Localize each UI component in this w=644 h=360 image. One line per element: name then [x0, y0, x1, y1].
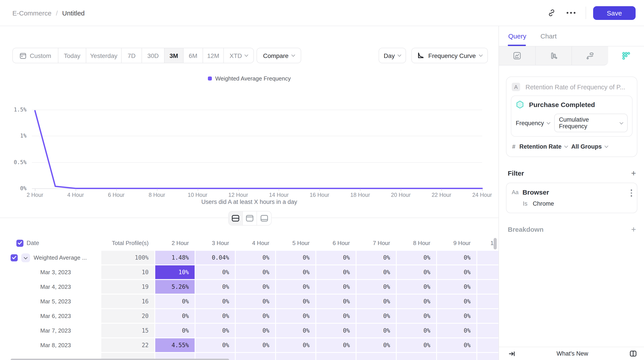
heat-cell: [477, 265, 498, 279]
add-breakdown-button[interactable]: +: [631, 225, 636, 234]
heat-cell: 0%: [316, 294, 356, 308]
heat-cell: 0%: [356, 265, 396, 279]
layout-table-only-toggle[interactable]: [257, 212, 271, 225]
heat-cell: [397, 353, 436, 360]
heat-cell: 0%: [196, 280, 235, 294]
chevron-down-icon: [546, 120, 550, 124]
total-cell: 15: [101, 324, 154, 338]
report-type-flows[interactable]: [572, 46, 608, 66]
x-tick-mark: [238, 189, 238, 191]
ellipsis-icon: [566, 12, 576, 14]
filter-options-kebab[interactable]: [630, 189, 632, 196]
breadcrumb-project[interactable]: E-Commerce: [12, 9, 52, 16]
copy-link-button[interactable]: [544, 5, 559, 20]
header-divider: [586, 7, 586, 19]
heat-cell: 0%: [356, 294, 396, 308]
heat-cell: 0%: [316, 280, 356, 294]
report-type-retention[interactable]: [608, 46, 644, 66]
x-tick-label: 10 Hour: [180, 192, 215, 198]
heat-cell: [477, 251, 498, 264]
total-cell: 100%: [101, 251, 154, 264]
heat-cell: 5.26%: [155, 280, 194, 294]
frequency-dropdown[interactable]: Frequency: [516, 120, 550, 126]
table-row: Mar 4, 2023195.26%0%0%0%0%0%0%0%: [0, 280, 498, 294]
column-header: 7 Hour: [356, 236, 396, 250]
sidebar-bottom-bar: What's New: [499, 347, 644, 360]
breadcrumb: E-Commerce / Untitled: [12, 0, 85, 26]
total-cell: 19: [101, 280, 154, 294]
heat-cell: [477, 324, 498, 338]
save-button[interactable]: Save: [593, 6, 636, 20]
report-type-funnels[interactable]: [536, 46, 572, 66]
heat-cell: 0%: [397, 251, 436, 264]
layout-chart-only-toggle[interactable]: [243, 212, 257, 225]
x-tick-mark: [198, 189, 198, 191]
x-tick-mark: [35, 189, 36, 191]
breadcrumb-report-title[interactable]: Untitled: [62, 9, 85, 16]
column-header: 4 Hour: [236, 236, 275, 250]
measure-dropdown[interactable]: Retention Rate: [519, 143, 567, 150]
collapse-arrow-icon: [508, 350, 515, 357]
series-checkbox[interactable]: [10, 254, 18, 261]
horizontal-scrollbar[interactable]: [10, 359, 229, 360]
heat-cell: 10%: [155, 265, 194, 279]
date-label: Mar 3, 2023: [40, 269, 71, 276]
x-tick-label: 8 Hour: [139, 192, 174, 198]
select-all-checkbox[interactable]: [16, 240, 24, 246]
column-header: 9 Hour: [437, 236, 476, 250]
x-tick-label: 2 Hour: [17, 192, 53, 198]
retention-dots-icon: [622, 51, 631, 60]
heat-cell: 0%: [316, 309, 356, 323]
heat-cell: 0%: [276, 294, 315, 308]
report-type-insights[interactable]: [499, 46, 536, 66]
x-tick-mark: [482, 189, 482, 191]
vertical-scrollbar[interactable]: [494, 238, 497, 250]
measure-label: Retention Rate: [519, 143, 562, 150]
date-cell: Mar 3, 2023: [0, 265, 100, 279]
heat-cell: 0%: [316, 338, 356, 352]
heat-cell: 0%: [196, 338, 235, 352]
x-tick-mark: [279, 189, 279, 191]
heat-cell: 0%: [437, 294, 476, 308]
whats-new-link[interactable]: What's New: [556, 350, 588, 357]
heat-cell: 0%: [316, 251, 356, 264]
x-tick-mark: [442, 189, 442, 191]
heat-cell: 0%: [356, 280, 396, 294]
heat-cell: [236, 353, 275, 360]
tab-query[interactable]: Query: [508, 32, 526, 40]
summary-label-cell: Weighted Average ...: [0, 251, 100, 264]
collapse-sidebar-button[interactable]: [507, 349, 516, 358]
date-cell: Mar 7, 2023: [0, 324, 100, 338]
x-tick-label: 16 Hour: [302, 192, 337, 198]
layout-split-toggle[interactable]: [229, 212, 243, 225]
groups-dropdown[interactable]: All Groups: [571, 143, 608, 150]
breakdown-heading: Breakdown: [508, 226, 544, 233]
filter-value[interactable]: Chrome: [533, 200, 554, 207]
heat-cell: 0%: [356, 324, 396, 338]
series-title[interactable]: Retention Rate of Frequency of P...: [526, 83, 625, 90]
heat-cell: 0%: [356, 309, 396, 323]
heat-cell: 0%: [196, 324, 235, 338]
results-table: DateTotal Profile(s)2 Hour3 Hour4 Hour5 …: [0, 236, 498, 360]
more-options-button[interactable]: [564, 5, 578, 20]
heat-cell: 0.04%: [196, 251, 235, 264]
groups-label: All Groups: [571, 143, 602, 150]
filter-property[interactable]: Browser: [522, 188, 549, 196]
breadcrumb-separator: /: [56, 9, 58, 16]
report-main: CustomTodayYesterday7D30D3M6M12MXTD Comp…: [0, 26, 498, 360]
add-filter-button[interactable]: +: [631, 169, 636, 177]
event-name[interactable]: Purchase Completed: [529, 101, 595, 108]
tab-chart[interactable]: Chart: [540, 32, 557, 40]
line-chart-icon: [513, 51, 522, 60]
total-cell: 22: [101, 338, 154, 352]
active-tab-underline: [508, 45, 526, 46]
frequency-type-dropdown[interactable]: Cumulative Frequency: [554, 114, 628, 132]
series-badge: A: [512, 83, 520, 91]
chevron-down-icon: [604, 144, 608, 148]
x-tick-label: 24 Hour: [464, 192, 500, 198]
filter-operator[interactable]: Is: [523, 200, 528, 207]
total-cell: 20: [101, 309, 154, 323]
toggle-panel-button[interactable]: [628, 349, 638, 358]
expand-row-button[interactable]: [21, 253, 30, 262]
x-tick-label: 20 Hour: [383, 192, 418, 198]
